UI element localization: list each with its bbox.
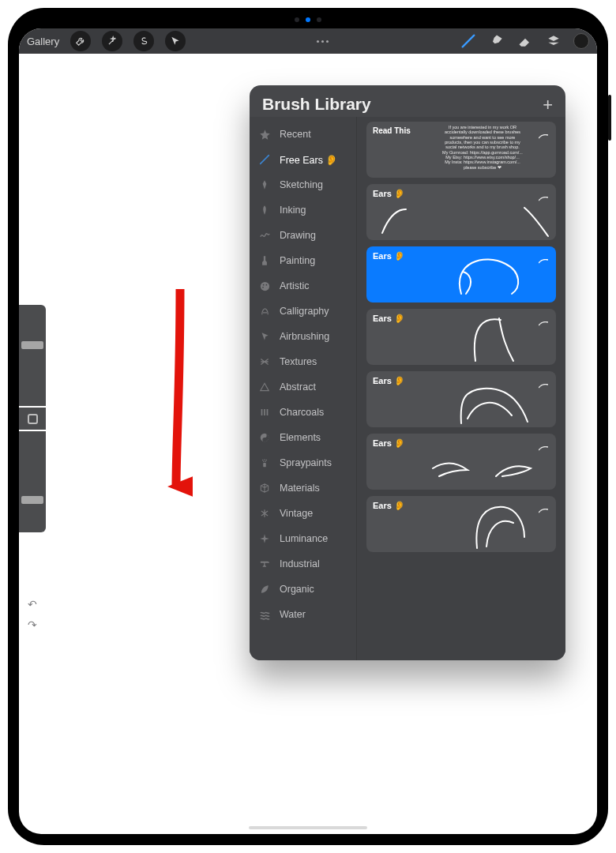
category-label: Sketching <box>280 179 323 190</box>
screen: Gallery ↶ ↷ <box>19 28 597 834</box>
category-item[interactable]: Artistic <box>250 273 356 299</box>
layers-button[interactable] <box>545 32 562 50</box>
category-label: Inking <box>280 205 306 216</box>
new-brush-button[interactable]: + <box>543 100 553 109</box>
svg-point-5 <box>262 460 264 461</box>
settings-button[interactable] <box>70 31 91 51</box>
brush-opacity-slider[interactable] <box>19 431 46 532</box>
brush-item[interactable]: Ears 👂 <box>366 184 556 240</box>
palette-icon <box>257 279 272 293</box>
category-item[interactable]: Painting <box>250 248 356 273</box>
category-item[interactable]: Drawing <box>250 223 356 248</box>
top-toolbar: Gallery <box>19 28 597 54</box>
category-label: Airbrushing <box>280 331 329 342</box>
anvil-icon <box>257 557 272 571</box>
category-item[interactable]: Free Ears 👂 <box>250 147 356 172</box>
yinyang-icon <box>257 430 272 445</box>
transform-button[interactable] <box>165 31 186 51</box>
category-item[interactable]: Spraypaints <box>250 450 356 475</box>
eyedropper-button[interactable] <box>19 408 46 430</box>
svg-point-3 <box>262 286 264 287</box>
category-label: Water <box>280 609 306 620</box>
category-item[interactable]: Water <box>250 602 356 627</box>
brush-library-popover: Brush Library + RecentFree Ears 👂Sketchi… <box>250 85 565 660</box>
s-selection-icon <box>135 32 152 50</box>
spray-icon <box>257 456 272 470</box>
brush-list[interactable]: Read ThisIf you are interested in my wor… <box>357 117 565 660</box>
svg-point-9 <box>265 460 266 462</box>
svg-point-2 <box>265 284 267 285</box>
nib-icon <box>257 203 272 217</box>
brush-label: Ears 👂 <box>373 501 550 511</box>
eraser-tool-button[interactable] <box>516 32 534 50</box>
brush-size-slider[interactable] <box>19 305 46 406</box>
triangle-icon <box>257 380 272 394</box>
category-item[interactable]: Luminance <box>250 526 356 551</box>
home-indicator <box>249 826 367 829</box>
brush-readthis-note: If you are interested in my work OR acci… <box>414 125 551 170</box>
adjustments-button[interactable] <box>102 31 122 51</box>
leaf-icon <box>257 582 272 596</box>
brush-label: Ears 👂 <box>373 251 550 261</box>
brush-item[interactable]: Read ThisIf you are interested in my wor… <box>366 122 556 178</box>
wrench-icon <box>72 32 89 50</box>
brush-item[interactable]: Ears 👂 <box>366 371 556 427</box>
svg-point-6 <box>264 459 265 460</box>
redo-button[interactable]: ↷ <box>19 614 46 635</box>
category-label: Calligraphy <box>280 306 329 317</box>
category-label: Vintage <box>280 508 313 519</box>
brush-label: Ears 👂 <box>373 438 550 449</box>
category-item[interactable]: Charcoals <box>250 400 356 425</box>
brush-item[interactable]: Ears 👂 <box>366 434 556 490</box>
category-item[interactable]: Materials <box>250 475 356 501</box>
category-item[interactable]: Elements <box>250 425 356 450</box>
brush-item[interactable]: Ears 👂 <box>366 309 556 365</box>
category-label: Artistic <box>280 280 310 291</box>
category-item[interactable]: Abstract <box>250 374 356 400</box>
category-item[interactable]: Calligraphy <box>250 299 356 324</box>
category-item[interactable]: Textures <box>250 349 356 374</box>
category-label: Organic <box>280 584 314 595</box>
category-item[interactable]: Sketching <box>250 172 356 197</box>
smudge-tool-button[interactable] <box>488 32 505 50</box>
brush-stroke-indicator-icon <box>539 502 548 507</box>
star-icon <box>257 127 272 141</box>
category-item[interactable]: Inking <box>250 197 356 223</box>
brush-label: Ears 👂 <box>373 314 550 324</box>
pencil-icon <box>257 178 272 192</box>
menu-dots[interactable] <box>317 40 329 43</box>
category-item[interactable]: Organic <box>250 577 356 602</box>
left-sliders <box>19 305 46 532</box>
category-label: Free Ears 👂 <box>280 154 338 166</box>
brush-stroke-indicator-icon <box>539 315 548 320</box>
camera-notch <box>8 17 608 22</box>
brush-item[interactable]: Ears 👂 <box>366 496 556 552</box>
brush-label: Ears 👂 <box>373 189 550 199</box>
category-item[interactable]: Vintage <box>250 501 356 526</box>
gallery-button[interactable]: Gallery <box>27 36 59 47</box>
category-label: Spraypaints <box>280 457 332 468</box>
brush-stroke-indicator-icon <box>539 378 548 382</box>
brush-stroke-indicator-icon <box>539 190 548 195</box>
ipad-frame: Gallery ↶ ↷ <box>8 8 608 845</box>
category-label: Textures <box>280 356 317 367</box>
category-item[interactable]: Recent <box>250 122 356 147</box>
selection-button[interactable] <box>133 31 154 51</box>
brush-tool-button[interactable] <box>460 32 477 50</box>
undo-button[interactable]: ↶ <box>19 594 46 614</box>
category-label: Abstract <box>280 381 316 393</box>
brush-label: Ears 👂 <box>373 376 550 386</box>
undo-redo: ↶ ↷ <box>19 594 46 635</box>
sparkle-icon <box>257 532 272 546</box>
charcoal-icon <box>257 405 272 419</box>
category-list[interactable]: RecentFree Ears 👂SketchingInkingDrawingP… <box>250 117 357 660</box>
paintbrush-icon <box>257 254 272 268</box>
category-label: Materials <box>280 483 320 494</box>
color-button[interactable] <box>573 33 589 49</box>
brush-stroke-indicator-icon <box>539 440 548 445</box>
brush-item[interactable]: Ears 👂 <box>366 246 556 302</box>
category-item[interactable]: Industrial <box>250 551 356 577</box>
brush-library-title: Brush Library <box>262 95 371 114</box>
category-item[interactable]: Airbrushing <box>250 324 356 349</box>
waves-icon <box>257 607 272 622</box>
